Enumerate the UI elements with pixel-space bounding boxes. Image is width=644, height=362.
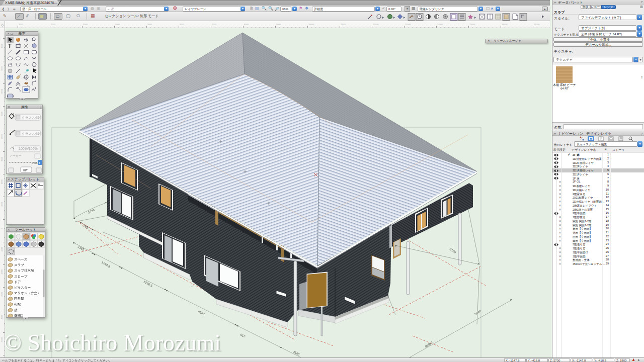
svg-text:a: a: [38, 183, 40, 186]
svg-text:スラブ: スラブ: [14, 263, 24, 266]
svg-text:スラブ排水域: スラブ排水域: [14, 268, 34, 273]
svg-text:スロープ: スロープ: [14, 275, 28, 278]
svg-text:ドア: ドア: [14, 280, 21, 284]
svg-text:▾: ▾: [39, 161, 40, 164]
svg-text:0.08: 0.08: [32, 161, 38, 164]
svg-text:T: T: [8, 43, 12, 49]
svg-text:▤▾: ▤▾: [23, 168, 28, 171]
svg-text:100%/100%: 100%/100%: [19, 147, 38, 150]
svg-text:ピラスター: ピラスター: [14, 286, 31, 289]
svg-text:マーカー: マーカー: [9, 154, 21, 157]
svg-text:勾配: 勾配: [14, 303, 21, 307]
svg-text:円形壁: 円形壁: [14, 297, 24, 301]
svg-text:マリオン（方立）: マリオン（方立）: [14, 291, 41, 295]
svg-text:スペース: スペース: [14, 257, 27, 261]
svg-text:壁: 壁: [14, 308, 18, 312]
svg-text:⇕: ⇕: [37, 116, 40, 119]
svg-text:壁開口: 壁開口: [14, 314, 24, 317]
svg-text:⇕: ⇕: [37, 132, 40, 135]
